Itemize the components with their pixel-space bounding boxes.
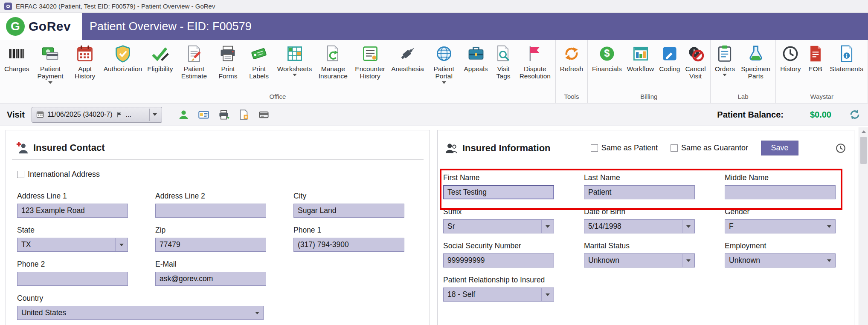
page-title: Patient Overview - EID: F00579: [90, 20, 252, 33]
ribbon-button-dispute-resolution[interactable]: Dispute Resolution: [517, 44, 554, 80]
ribbon-button-patient-payment[interactable]: Patient Payment: [32, 44, 69, 84]
ribbon-button-authorization[interactable]: Authorization: [101, 44, 145, 72]
cancel-visit-icon: [686, 44, 705, 63]
visit-bar: Visit 11/06/2025 (34020-7) ...: [0, 104, 868, 126]
visit-action-insurance-card[interactable]: [197, 107, 211, 122]
calendar-red-icon: [75, 44, 94, 63]
ribbon-button-charges[interactable]: Charges: [2, 44, 32, 72]
field-city: City: [293, 192, 404, 226]
ribbon-button-statements[interactable]: Statements: [827, 44, 866, 72]
workflow-chart-icon: [631, 44, 650, 63]
ribbon-button-cancel-visit[interactable]: Cancel Visit: [682, 44, 708, 80]
ribbon-button-specimen-parts[interactable]: Specimen Parts: [737, 44, 774, 80]
ribbon-button-workflow[interactable]: Workflow: [624, 44, 656, 72]
field-country: Country United States: [17, 294, 266, 325]
ribbon-button-manage-insurance[interactable]: Manage Insurance: [314, 44, 351, 80]
ribbon-button-print-labels[interactable]: Print Labels: [243, 44, 274, 80]
middle-name-input[interactable]: [725, 185, 836, 199]
visit-action-payment-terminal[interactable]: [257, 107, 271, 122]
chevron-down-icon: [442, 81, 446, 84]
save-button[interactable]: Save: [761, 141, 798, 155]
ribbon-button-appt-history[interactable]: Appt History: [69, 44, 101, 80]
insured-contact-panel: Insured Contact International Address Ad…: [6, 130, 430, 325]
insured-information-icon: [444, 142, 457, 155]
visit-action-toolbar: [177, 107, 271, 122]
phone-1-input[interactable]: [293, 238, 404, 252]
ribbon-button-anesthesia[interactable]: Anesthesia: [389, 44, 427, 72]
suffix-select[interactable]: Sr: [443, 219, 554, 233]
header-band: Patient Overview - EID: F00579: [82, 13, 868, 40]
first-name-input[interactable]: [443, 185, 554, 199]
history-clock-icon[interactable]: [835, 143, 846, 154]
chevron-down-icon: [723, 74, 727, 76]
ribbon-button-appeals[interactable]: Appeals: [462, 44, 491, 72]
relationship-select[interactable]: 18 - Self: [443, 288, 554, 302]
ssn-input[interactable]: [443, 253, 554, 267]
employment-select[interactable]: Unknown: [725, 253, 836, 267]
field-suffix: Suffix Sr: [443, 207, 554, 242]
marital-status-select[interactable]: Unknown: [584, 253, 695, 267]
dollar-circle-icon: [598, 44, 616, 63]
field-date-of-birth: Date of Birth 5/14/1998: [584, 207, 695, 242]
scroll-up-arrow[interactable]: [859, 127, 868, 136]
visit-action-print[interactable]: [217, 107, 231, 122]
same-as-patient-checkbox[interactable]: Same as Patient: [591, 144, 658, 152]
patient-balance-label: Patient Balance:: [717, 110, 784, 120]
window-title: ERFAC 34020 (Patient, Test EID: F00579) …: [16, 3, 215, 10]
state-select[interactable]: TX: [17, 238, 128, 252]
chevron-down-icon: [115, 238, 128, 251]
ribbon-button-history[interactable]: History: [778, 44, 803, 72]
ribbon-group-label-office: Office: [0, 91, 555, 103]
ribbon-group-tools: Refresh Tools: [556, 40, 588, 103]
insured-information-title: Insured Information: [462, 143, 551, 154]
phone-2-input[interactable]: [17, 272, 128, 286]
page-header: G GoRev Patient Overview - EID: F00579: [0, 13, 868, 40]
email-input[interactable]: [155, 272, 266, 286]
field-phone-2: Phone 2: [17, 260, 128, 294]
ribbon-group-billing: Financials Workflow Coding Cancel Visit …: [588, 40, 711, 103]
zip-input[interactable]: [155, 238, 266, 252]
briefcase-icon: [467, 44, 485, 63]
insured-information-actions: Same as Patient Same as Guarantor Save: [591, 141, 846, 155]
document-search-icon: [494, 44, 513, 63]
ribbon-button-patient-portal[interactable]: Patient Portal: [427, 44, 462, 84]
ribbon-button-coding[interactable]: Coding: [656, 44, 682, 72]
field-first-name: First Name: [443, 173, 554, 207]
same-as-guarantor-checkbox[interactable]: Same as Guarantor: [671, 144, 748, 152]
ribbon-button-financials[interactable]: Financials: [589, 44, 624, 72]
vertical-scrollbar[interactable]: [859, 127, 868, 325]
scrollbar-thumb[interactable]: [860, 137, 867, 164]
ribbon-button-patient-estimate[interactable]: Patient Estimate: [176, 44, 213, 80]
refresh-balance-icon[interactable]: [848, 108, 861, 121]
ribbon-button-worksheets[interactable]: Worksheets: [275, 44, 315, 76]
visit-action-patient-details[interactable]: [177, 107, 191, 122]
ribbon-button-eligibility[interactable]: Eligibility: [145, 44, 175, 72]
field-employment: Employment Unknown: [725, 242, 836, 276]
ribbon-button-eob[interactable]: EOB: [804, 44, 827, 72]
visit-selector[interactable]: 11/06/2025 (34020-7) ...: [32, 107, 162, 123]
ribbon-button-visit-tags[interactable]: Visit Tags: [491, 44, 517, 80]
international-address-checkbox[interactable]: International Address: [17, 170, 430, 179]
ribbon-button-print-forms[interactable]: Print Forms: [212, 44, 243, 80]
field-email: E-Mail: [155, 260, 266, 294]
country-select[interactable]: United States: [17, 306, 264, 320]
checkbox-icon: [17, 171, 24, 178]
address-line-1-input[interactable]: [17, 204, 128, 218]
ribbon-group-label-billing: Billing: [588, 91, 710, 103]
ribbon-button-refresh[interactable]: Refresh: [557, 44, 586, 72]
ribbon-button-encounter-history[interactable]: Encounter History: [351, 44, 389, 80]
checkbox-icon: [591, 144, 598, 152]
coding-blue-icon: [660, 44, 679, 63]
chevron-down-icon: [251, 306, 263, 319]
gorev-window: ERFAC 34020 (Patient, Test EID: F00579) …: [0, 0, 868, 325]
city-input[interactable]: [293, 204, 404, 218]
address-line-2-input[interactable]: [155, 204, 266, 218]
patient-icon: [178, 109, 189, 121]
field-phone-1: Phone 1: [293, 226, 404, 260]
date-of-birth-select[interactable]: 5/14/1998: [584, 219, 695, 233]
field-state: State TX: [17, 226, 128, 260]
visit-action-add-document[interactable]: [237, 107, 251, 122]
ribbon-button-orders[interactable]: Orders: [712, 44, 737, 76]
last-name-input[interactable]: [584, 185, 695, 199]
gender-select[interactable]: F: [725, 219, 836, 233]
